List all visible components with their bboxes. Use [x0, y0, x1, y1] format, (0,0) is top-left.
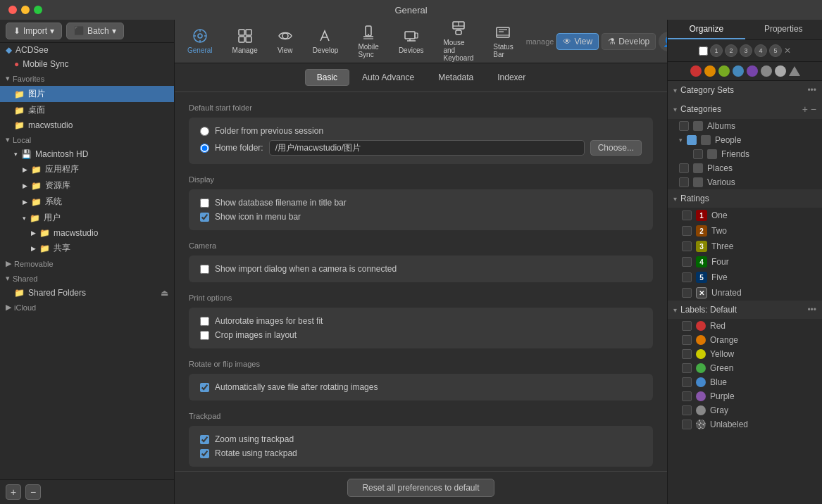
label-purple[interactable]: Purple: [668, 389, 822, 403]
checkbox-crop[interactable]: [200, 331, 209, 340]
sidebar-item-macintoshhd[interactable]: ▾ 💾 Macintosh HD: [0, 147, 174, 161]
checkbox-icon-menu[interactable]: [200, 213, 209, 222]
label-green-checkbox[interactable]: [682, 363, 692, 373]
labels-default-header[interactable]: ▾ Labels: Default •••: [668, 301, 822, 319]
toolbar-devices[interactable]: Devices: [392, 25, 431, 57]
color-blue-dot[interactable]: [733, 65, 744, 77]
albums-checkbox[interactable]: [679, 121, 689, 131]
various-checkbox[interactable]: [679, 177, 689, 187]
sidebar-item-applications[interactable]: ▶ 📁 应用程序: [0, 161, 174, 177]
toolbar-statusbar[interactable]: Status Bar: [486, 22, 520, 61]
tab-autoadvance[interactable]: Auto Advance: [351, 70, 425, 85]
category-various[interactable]: Various: [668, 175, 822, 189]
color-more-icon[interactable]: [789, 66, 800, 76]
sidebar-item-system[interactable]: ▶ 📁 系统: [0, 194, 174, 210]
tab-properties[interactable]: Properties: [745, 20, 823, 39]
friends-checkbox[interactable]: [693, 149, 703, 159]
label-blue[interactable]: Blue: [668, 375, 822, 389]
home-folder-path-input[interactable]: [269, 140, 585, 156]
radio-previous-session[interactable]: [200, 127, 209, 136]
rating-two[interactable]: 2 Two: [668, 223, 822, 239]
star-5-circle[interactable]: 5: [769, 44, 782, 57]
user-avatar[interactable]: 👤: [659, 32, 667, 51]
import-button[interactable]: ⬇ Import ▾: [6, 23, 62, 39]
radio-home-folder[interactable]: [200, 144, 209, 153]
maximize-button[interactable]: [34, 6, 42, 14]
label-yellow-checkbox[interactable]: [682, 349, 692, 359]
category-albums[interactable]: Albums: [668, 119, 822, 133]
remove-folder-button[interactable]: −: [25, 484, 41, 500]
categories-add-icon[interactable]: +: [802, 103, 808, 115]
star-4-circle[interactable]: 4: [754, 44, 767, 57]
sidebar-section-favorites[interactable]: ▾ Favorites: [0, 71, 174, 86]
sidebar-section-icloud[interactable]: ▶ iCloud: [0, 300, 174, 315]
color-orange-dot[interactable]: [704, 65, 716, 77]
category-sets-more-icon[interactable]: •••: [807, 85, 816, 95]
rating-five[interactable]: 5 Five: [668, 270, 822, 285]
sidebar-item-macwstudio2[interactable]: ▶ 📁 macwstudio: [0, 226, 174, 240]
ratings-header[interactable]: ▾ Ratings: [668, 189, 822, 208]
tab-organize[interactable]: Organize: [668, 20, 745, 39]
label-orange-checkbox[interactable]: [682, 335, 692, 345]
label-red[interactable]: Red: [668, 319, 822, 333]
color-gray-dot[interactable]: [761, 65, 772, 77]
star-2-circle[interactable]: 2: [725, 44, 737, 57]
label-gray-checkbox[interactable]: [682, 405, 692, 415]
category-sets-header[interactable]: ▾ Category Sets •••: [668, 81, 822, 99]
rating-two-checkbox[interactable]: [682, 226, 692, 236]
sidebar-section-removable[interactable]: ▶ Removable: [0, 256, 174, 271]
color-lightgray-dot[interactable]: [775, 65, 786, 77]
rating-one[interactable]: 1 One: [668, 208, 822, 223]
label-unlabeled[interactable]: Unlabeled: [668, 417, 822, 431]
sidebar-section-shared[interactable]: ▾ Shared: [0, 271, 174, 286]
batch-button[interactable]: ⬛ Batch ▾: [66, 23, 124, 39]
sidebar-item-shared-folders[interactable]: 📁 Shared Folders ⏏: [0, 286, 174, 300]
sidebar-item-macwstudio[interactable]: 📁 macwstudio: [0, 118, 174, 132]
checkbox-db-filename[interactable]: [200, 199, 209, 208]
categories-remove-icon[interactable]: −: [811, 103, 816, 115]
toolbar-manage[interactable]: Manage: [225, 25, 265, 57]
sidebar-section-local[interactable]: ▾ Local: [0, 132, 174, 147]
checkbox-rotate-trackpad[interactable]: [200, 449, 209, 458]
checkbox-auto-save[interactable]: [200, 383, 209, 392]
color-green-dot[interactable]: [718, 65, 730, 77]
categories-header[interactable]: ▾ Categories + −: [668, 99, 822, 119]
label-unlabeled-checkbox[interactable]: [682, 420, 692, 429]
label-red-checkbox[interactable]: [682, 321, 692, 331]
rating-unrated-checkbox[interactable]: [682, 288, 692, 298]
label-gray[interactable]: Gray: [668, 403, 822, 417]
places-checkbox[interactable]: [679, 163, 689, 173]
view-button[interactable]: 👁 View: [556, 33, 599, 50]
sidebar-item-pictures[interactable]: 📁 图片: [0, 86, 174, 102]
sidebar-item-users[interactable]: ▾ 📁 用户: [0, 210, 174, 226]
star-x-button[interactable]: ✕: [784, 46, 791, 56]
checkbox-import-dialog[interactable]: [200, 265, 209, 274]
tab-indexer[interactable]: Indexer: [486, 70, 537, 85]
toolbar-develop[interactable]: Develop: [306, 25, 346, 57]
tab-metadata[interactable]: Metadata: [427, 70, 485, 85]
sidebar-item-desktop[interactable]: 📁 桌面: [0, 102, 174, 118]
rating-unrated[interactable]: ✕ Unrated: [668, 285, 822, 301]
rating-three-checkbox[interactable]: [682, 241, 692, 251]
labels-more-icon[interactable]: •••: [807, 305, 816, 315]
choose-folder-button[interactable]: Choose...: [590, 140, 642, 156]
sidebar-item-acdsee[interactable]: ◆ ACDSee: [0, 43, 174, 57]
rating-one-checkbox[interactable]: [682, 210, 692, 220]
color-red-dot[interactable]: [690, 65, 702, 77]
label-orange[interactable]: Orange: [668, 333, 822, 347]
category-places[interactable]: Places: [668, 161, 822, 175]
develop-button[interactable]: ⚗ Develop: [602, 33, 656, 50]
star-1-circle[interactable]: 1: [710, 44, 723, 57]
select-all-checkbox[interactable]: [699, 46, 708, 56]
close-button[interactable]: [8, 6, 17, 14]
label-yellow[interactable]: Yellow: [668, 347, 822, 361]
rating-three[interactable]: 3 Three: [668, 239, 822, 254]
people-checkbox[interactable]: [687, 135, 697, 145]
rating-four-checkbox[interactable]: [682, 257, 692, 267]
category-people[interactable]: ▾ People: [668, 133, 822, 147]
rating-four[interactable]: 4 Four: [668, 254, 822, 270]
toolbar-view[interactable]: View: [270, 25, 300, 57]
checkbox-autorotate[interactable]: [200, 317, 209, 326]
reset-preferences-button[interactable]: Reset all preferences to default: [347, 479, 494, 497]
label-purple-checkbox[interactable]: [682, 391, 692, 401]
